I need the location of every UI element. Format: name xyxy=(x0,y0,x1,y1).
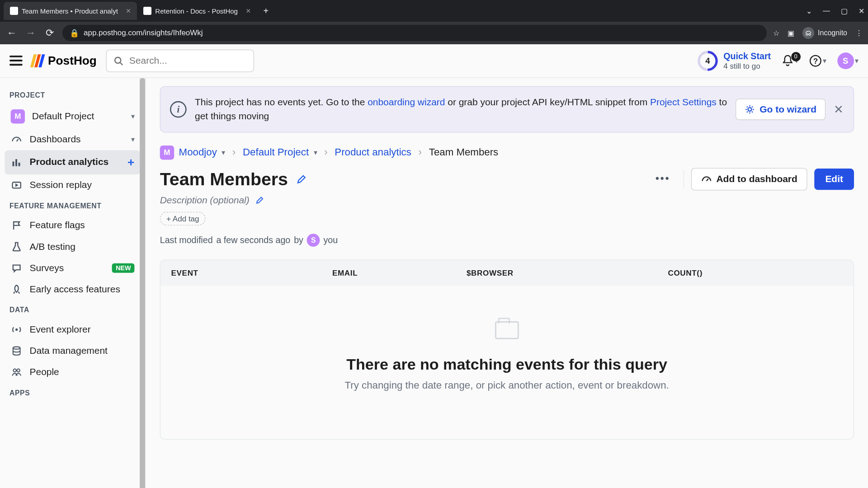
add-insight-button[interactable]: + xyxy=(127,155,134,169)
extensions-icon[interactable]: ▣ xyxy=(788,29,794,38)
address-bar[interactable]: 🔒 app.posthog.com/insights/IhfeoWkj xyxy=(62,25,767,41)
chevron-down-icon[interactable]: ▾ xyxy=(131,112,135,120)
incognito-label: Incognito xyxy=(818,29,847,37)
sidebar-item-early-access[interactable]: Early access features xyxy=(5,278,140,300)
browser-menu-icon[interactable]: ⋮ xyxy=(855,29,863,38)
sidebar-item-label: Session replay xyxy=(30,179,92,190)
notification-count-badge: 0 xyxy=(791,52,801,61)
browser-tab[interactable]: Retention - Docs - PostHog × xyxy=(137,2,257,20)
banner-close-icon[interactable]: ✕ xyxy=(834,102,844,116)
empty-folder-icon xyxy=(495,321,519,339)
tab-title: Retention - Docs - PostHog xyxy=(155,7,238,15)
forward-button[interactable]: → xyxy=(24,27,37,39)
banner-text: or grab your project API key/HTML snippe… xyxy=(445,97,650,107)
column-header-count[interactable]: COUNT() xyxy=(668,268,842,277)
help-button[interactable]: ? ▾ xyxy=(809,54,826,67)
breadcrumb: M Moodjoy ▾ › Default Project ▾ › Produc… xyxy=(160,145,854,159)
broadcast-icon xyxy=(11,324,23,335)
onboarding-wizard-link[interactable]: onboarding wizard xyxy=(368,97,445,107)
browser-tab-active[interactable]: Team Members • Product analyt × xyxy=(4,2,137,20)
search-icon xyxy=(114,56,123,66)
quickstart-button[interactable]: 4 Quick Start 4 still to go xyxy=(698,51,771,71)
user-avatar-icon: S xyxy=(307,234,320,247)
page-title: Team Members xyxy=(160,169,288,189)
user-avatar-icon: S xyxy=(837,52,854,69)
breadcrumb-project[interactable]: Default Project ▾ xyxy=(243,146,317,158)
org-letter-icon: M xyxy=(160,145,174,159)
sidebar-item-label: People xyxy=(30,366,59,377)
chevron-down-icon: ▾ xyxy=(222,148,225,156)
new-tab-button[interactable]: + xyxy=(263,6,269,16)
breadcrumb-current: Team Members xyxy=(429,146,498,158)
posthog-logo[interactable]: PostHog xyxy=(32,54,97,67)
sidebar-item-label: A/B testing xyxy=(30,241,75,252)
search-input[interactable]: Search... xyxy=(106,50,255,72)
incognito-icon xyxy=(802,27,814,39)
sidebar-item-product-analytics[interactable]: Product analytics + xyxy=(5,150,140,174)
tab-close-icon[interactable]: × xyxy=(126,6,131,16)
close-window-icon[interactable]: ✕ xyxy=(859,7,864,15)
more-options-button[interactable]: ••• xyxy=(650,168,676,190)
add-tag-button[interactable]: + Add tag xyxy=(160,211,206,225)
sidebar-item-data-management[interactable]: Data management xyxy=(5,340,140,361)
results-table: EVENT EMAIL $BROWSER COUNT() There are n… xyxy=(160,259,854,439)
tab-close-icon[interactable]: × xyxy=(246,6,251,16)
sidebar-item-event-explorer[interactable]: Event explorer xyxy=(5,319,140,340)
column-header-browser[interactable]: $BROWSER xyxy=(467,268,668,277)
gear-icon xyxy=(744,104,755,115)
add-to-dashboard-button[interactable]: Add to dashboard xyxy=(691,168,807,190)
sidebar-section-apps: APPS xyxy=(5,383,140,402)
favicon-icon xyxy=(143,7,151,15)
last-modified: Last modified a few seconds ago by S you xyxy=(160,234,854,247)
url-text: app.posthog.com/insights/IhfeoWkj xyxy=(84,28,203,38)
sidebar-scrollbar[interactable] xyxy=(140,78,145,488)
column-header-event[interactable]: EVENT xyxy=(171,268,332,277)
sidebar-item-feature-flags[interactable]: Feature flags xyxy=(5,215,140,236)
breadcrumb-org[interactable]: M Moodjoy ▾ xyxy=(160,145,225,159)
menu-toggle-button[interactable] xyxy=(9,53,23,68)
sidebar-item-project[interactable]: M Default Project ▾ xyxy=(5,104,140,129)
description-placeholder[interactable]: Description (optional) xyxy=(160,195,250,206)
maximize-icon[interactable]: ▢ xyxy=(841,7,848,15)
edit-button[interactable]: Edit xyxy=(815,169,854,190)
people-icon xyxy=(11,366,23,377)
breadcrumb-section[interactable]: Product analytics xyxy=(335,146,411,158)
database-icon xyxy=(11,345,23,356)
logo-icon xyxy=(32,54,45,67)
sidebar-item-label: Surveys xyxy=(30,263,64,273)
project-letter-icon: M xyxy=(11,109,25,123)
sidebar-item-dashboards[interactable]: Dashboards ▾ xyxy=(5,129,140,150)
sidebar-item-label: Data management xyxy=(30,345,108,356)
chevron-right-icon: › xyxy=(324,146,327,158)
sidebar-item-ab-testing[interactable]: A/B testing xyxy=(5,236,140,257)
go-to-wizard-button[interactable]: Go to wizard xyxy=(736,99,826,120)
edit-title-button[interactable] xyxy=(296,174,307,184)
notifications-button[interactable]: 0 ▾ xyxy=(782,54,798,67)
svg-point-0 xyxy=(115,57,121,63)
svg-rect-4 xyxy=(13,162,14,166)
sidebar-section-feature: FEATURE MANAGEMENT xyxy=(5,196,140,215)
chevron-down-icon: ▾ xyxy=(855,56,859,65)
sidebar-item-people[interactable]: People xyxy=(5,361,140,383)
incognito-indicator[interactable]: Incognito xyxy=(802,27,847,39)
chevron-down-icon[interactable]: ⌄ xyxy=(806,7,812,15)
quickstart-progress-icon: 4 xyxy=(693,47,722,75)
edit-description-button[interactable] xyxy=(255,196,264,205)
sidebar-item-label: Early access features xyxy=(30,284,120,295)
sidebar-item-label: Dashboards xyxy=(30,134,81,145)
reload-button[interactable]: ⟳ xyxy=(43,27,56,39)
sidebar-item-surveys[interactable]: Surveys NEW xyxy=(5,257,140,278)
chevron-down-icon[interactable]: ▾ xyxy=(131,135,135,143)
back-button[interactable]: ← xyxy=(5,27,18,39)
column-header-email[interactable]: EMAIL xyxy=(332,268,467,277)
quickstart-title: Quick Start xyxy=(723,51,771,61)
bookmark-icon[interactable]: ☆ xyxy=(773,29,779,38)
minimize-icon[interactable]: — xyxy=(823,7,830,15)
sidebar-item-session-replay[interactable]: Session replay xyxy=(5,174,140,196)
user-menu-button[interactable]: S ▾ xyxy=(837,52,859,69)
flag-icon xyxy=(11,220,23,231)
project-settings-link[interactable]: Project Settings xyxy=(650,97,717,107)
svg-point-11 xyxy=(17,369,20,372)
sidebar-item-label: Feature flags xyxy=(30,220,85,231)
play-icon xyxy=(11,179,23,190)
